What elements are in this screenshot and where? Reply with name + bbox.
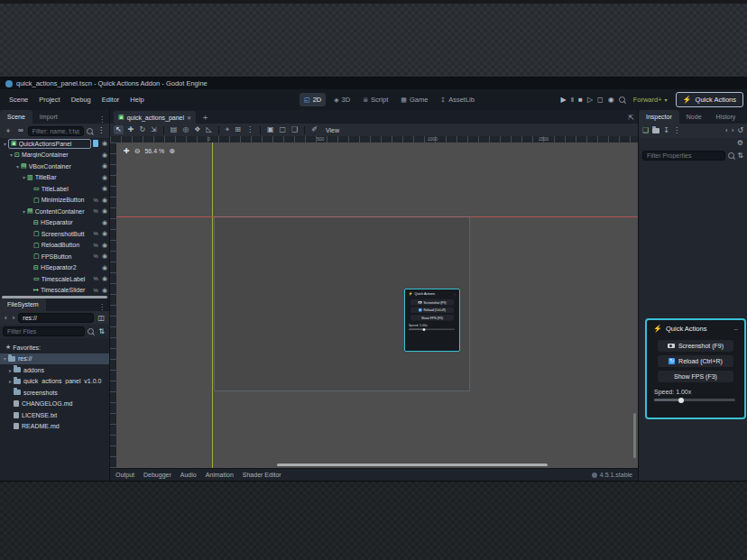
tab-scene[interactable]: Scene — [0, 110, 32, 124]
scene-filter-input[interactable] — [28, 126, 84, 136]
scene-quick-actions-panel-node[interactable]: ⚡ Quick Actions – Screenshot (F9) ↻ Relo… — [404, 289, 460, 352]
fs-row-favorites[interactable]: ★ Favorites: — [0, 342, 109, 353]
tab-inspector[interactable]: Inspector — [639, 110, 679, 124]
visibility-toggle-icon[interactable]: ◉ — [102, 275, 107, 282]
movie-mode-button[interactable]: ◉ — [608, 96, 614, 104]
scene-dock-menu-icon[interactable]: ⋮ — [95, 115, 109, 124]
close-icon[interactable]: ✕ — [187, 115, 191, 121]
manage-properties-icon[interactable]: ⚙ — [737, 140, 743, 147]
tab-filesystem[interactable]: FileSystem — [0, 298, 46, 311]
fs-row-addons[interactable]: ▸ addons — [0, 364, 109, 376]
file-sort-icon[interactable]: ⇅ — [97, 327, 106, 336]
expander-icon[interactable]: ▾ — [21, 174, 27, 180]
renderer-select[interactable]: Forward+ ▾ — [633, 96, 668, 104]
ruler-tool-button[interactable]: ◺ — [206, 126, 213, 133]
view-menu-button[interactable]: View — [322, 126, 343, 134]
property-sort-icon[interactable]: ⇅ — [737, 152, 743, 160]
nav-back-button[interactable]: ‹ — [3, 314, 9, 323]
visibility-toggle-icon[interactable]: ◉ — [102, 174, 107, 181]
history-forward-button[interactable]: › — [732, 127, 734, 134]
inspector-menu-icon[interactable]: ⋮ — [742, 115, 747, 124]
visibility-toggle-icon[interactable]: ◉ — [102, 207, 107, 215]
slider-grabber[interactable] — [678, 398, 684, 403]
pause-button[interactable]: ‖ — [571, 96, 574, 104]
bottom-tab-shader-editor[interactable]: Shader Editor — [243, 472, 281, 478]
view-2d-button[interactable]: ◱ 2D — [300, 93, 326, 106]
menu-help[interactable]: Help — [125, 93, 148, 106]
menu-debug[interactable]: Debug — [67, 93, 96, 106]
tab-node[interactable]: Node — [679, 110, 709, 124]
scene-unique-name-badge[interactable]: % — [94, 197, 98, 203]
speed-slider[interactable] — [654, 399, 735, 401]
visibility-toggle-icon[interactable]: ◉ — [102, 140, 107, 147]
magnifier-icon[interactable] — [619, 96, 625, 103]
scene-unique-name-badge[interactable]: % — [94, 288, 98, 293]
tree-row-screenshotbutton[interactable]: ▢ ScreenshotButt % ◉ — [0, 228, 109, 240]
tab-import[interactable]: Import — [32, 110, 65, 124]
tree-row-margincontainer[interactable]: ▾ ⊡ MarginContainer ◉ — [0, 150, 109, 161]
filesystem-menu-icon[interactable]: ⋮ — [95, 303, 109, 311]
play-button[interactable]: ▶ — [561, 96, 567, 104]
visibility-toggle-icon[interactable]: ◉ — [102, 197, 107, 204]
menu-scene[interactable]: Scene — [5, 93, 32, 106]
bottom-tab-debugger[interactable]: Debugger — [143, 472, 171, 478]
canvas-hscrollbar[interactable] — [277, 464, 548, 466]
bottom-tab-audio[interactable]: Audio — [180, 472, 197, 478]
smart-snap-toggle[interactable]: ⌖ — [225, 126, 231, 133]
scene-unique-name-badge[interactable]: % — [94, 231, 98, 236]
tree-row-hseparator2[interactable]: ⊟ HSeparator2 ◉ — [0, 262, 109, 274]
play-scene-button[interactable]: ▷ — [587, 96, 593, 104]
pan-tool-button[interactable]: ❖ — [193, 126, 201, 133]
2d-canvas[interactable]: ✚ ⊖ 56.4 % ⊕ ⚡ Quick Actions – Screensho… — [116, 142, 638, 468]
pivot-tool-button[interactable]: ◎ — [181, 126, 189, 133]
zoom-in-button[interactable]: ⊕ — [169, 147, 175, 155]
current-path-field[interactable]: res:// — [18, 313, 94, 323]
move-tool-button[interactable]: ✚ — [127, 126, 135, 133]
object-history-icon[interactable]: ↺ — [737, 127, 743, 134]
zoom-out-button[interactable]: ⊖ — [134, 147, 141, 155]
zoom-level[interactable]: 56.4 % — [144, 148, 164, 154]
split-mode-icon[interactable]: ◫ — [96, 314, 106, 323]
quick-actions-toolbar-button[interactable]: ⚡ Quick Actions — [676, 92, 743, 107]
fs-row-quick-actions-panel[interactable]: ▸ quick_actions_panel_v1.0.0 — [0, 376, 109, 388]
visibility-toggle-icon[interactable]: ◉ — [102, 252, 107, 260]
menu-editor[interactable]: Editor — [97, 93, 124, 106]
fs-row-screenshots[interactable]: screenshots — [0, 387, 109, 399]
view-game-button[interactable]: ▦ Game — [396, 93, 432, 106]
lock-node-button[interactable]: ▣ — [266, 126, 275, 133]
scale-tool-button[interactable]: ⇲ — [150, 126, 158, 133]
visibility-toggle-icon[interactable]: ◉ — [102, 185, 107, 192]
new-resource-button[interactable]: ❏ — [642, 127, 649, 134]
visibility-toggle-icon[interactable]: ◉ — [102, 287, 107, 294]
snap-options-icon[interactable]: ⋮ — [245, 126, 254, 133]
fs-row-res[interactable]: ▾ res:// — [0, 353, 109, 365]
unlock-node-button[interactable]: ▢ — [278, 126, 287, 133]
expander-icon[interactable]: ▾ — [21, 208, 27, 215]
tab-history[interactable]: History — [709, 110, 743, 124]
skeleton-options-icon[interactable]: ✐ — [310, 126, 318, 133]
scene-tree-hscrollbar[interactable] — [2, 296, 107, 298]
list-select-button[interactable]: ▤ — [170, 126, 179, 133]
new-scene-tab-button[interactable]: ＋ — [201, 112, 209, 124]
visibility-toggle-icon[interactable]: ◉ — [102, 230, 107, 237]
screenshot-button[interactable]: Screenshot (F9) — [658, 340, 733, 352]
tree-row-reloadbutton[interactable]: ▢ ReloadButton % ◉ — [0, 240, 109, 252]
minimize-button[interactable]: – — [734, 325, 738, 333]
scene-tab-quick-actions-panel[interactable]: ▣ quick_actions_panel ✕ — [114, 111, 196, 124]
distraction-free-icon[interactable]: ⇱ — [628, 114, 634, 122]
tree-row-quickactionspanel[interactable]: ▾ ▣ QuickActionsPanel ◉ — [0, 138, 109, 150]
tree-row-fpsbutton[interactable]: ▢ FPSButton % ◉ — [0, 251, 109, 262]
nav-forward-button[interactable]: › — [11, 314, 17, 323]
pan-view-icon[interactable]: ✚ — [124, 147, 130, 155]
bottom-tab-animation[interactable]: Animation — [206, 472, 234, 478]
add-node-button[interactable]: ＋ — [3, 126, 14, 135]
tree-row-contentcontainer[interactable]: ▾ ▤ ContentContainer % ◉ — [0, 206, 109, 217]
tree-row-titlebar[interactable]: ▾ ▥ TitleBar ◉ — [0, 172, 109, 184]
expander-icon[interactable]: ▸ — [7, 378, 14, 384]
expander-icon[interactable]: ▾ — [14, 163, 21, 170]
expander-icon[interactable]: ▾ — [2, 355, 8, 362]
reload-button[interactable]: ↻ Reload (Ctrl+R) — [658, 355, 733, 367]
scene-unique-name-badge[interactable]: % — [94, 243, 98, 248]
bottom-tab-output[interactable]: Output — [115, 472, 134, 478]
tree-row-vboxcontainer[interactable]: ▾ ▤ VBoxContainer ◉ — [0, 161, 109, 172]
